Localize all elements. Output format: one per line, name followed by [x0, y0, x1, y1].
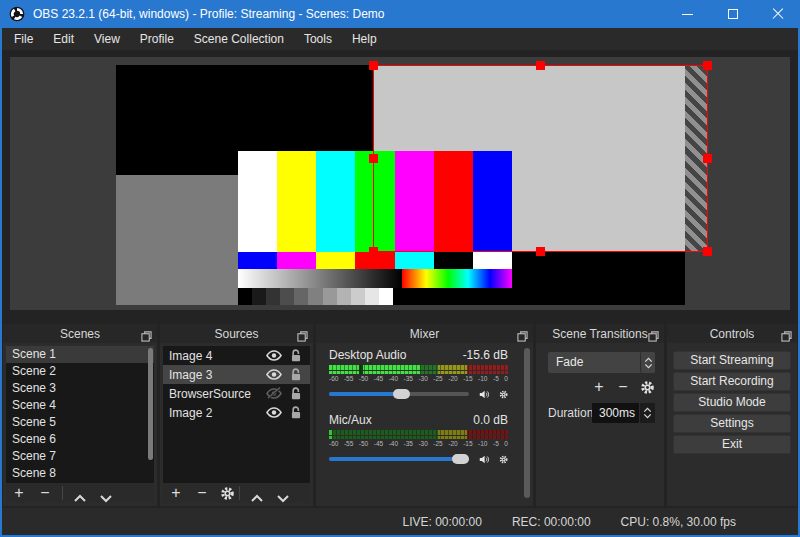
remove-source-button[interactable]: − — [189, 484, 215, 502]
scene-list-item[interactable]: Scene 2 — [6, 363, 154, 380]
move-scene-up-button[interactable] — [73, 489, 87, 498]
move-source-down-button[interactable] — [276, 489, 290, 498]
dock-icon[interactable] — [141, 328, 152, 339]
source-list-item[interactable]: Image 2 — [163, 403, 310, 422]
selection-handle-top-right[interactable] — [703, 61, 712, 70]
preview-canvas[interactable] — [10, 57, 790, 310]
rec-timer: REC: 00:00:00 — [512, 515, 591, 529]
scene-list-item[interactable]: Scene 7 — [6, 448, 154, 465]
scene-list-item[interactable]: Scene 1 — [6, 346, 154, 363]
sources-list[interactable]: Image 4Image 3BrowserSourceImage 2 — [163, 346, 310, 483]
add-source-button[interactable]: + — [163, 484, 189, 502]
gray-step — [294, 288, 308, 305]
visibility-eye-icon[interactable] — [265, 406, 283, 419]
transition-select-arrows[interactable] — [640, 352, 655, 373]
visibility-eye-icon[interactable] — [265, 368, 283, 381]
maximize-button[interactable] — [710, 0, 755, 28]
control-button-exit[interactable]: Exit — [673, 435, 791, 454]
audio-settings-gear-icon[interactable] — [499, 386, 508, 403]
unlocked-padlock-icon[interactable] — [287, 349, 305, 362]
scenes-scrollbar[interactable] — [148, 348, 153, 460]
add-transition-button[interactable]: + — [587, 378, 611, 396]
slider-knob[interactable] — [452, 454, 469, 464]
control-button-start-recording[interactable]: Start Recording — [673, 372, 791, 391]
menu-item-view[interactable]: View — [84, 28, 130, 50]
speaker-mute-icon[interactable] — [479, 386, 490, 403]
mixer-panel-header: Mixer — [316, 324, 533, 343]
dock-icon[interactable] — [648, 328, 659, 339]
control-button-start-streaming[interactable]: Start Streaming — [673, 351, 791, 370]
volume-meter — [329, 365, 508, 370]
move-scene-down-button[interactable] — [99, 489, 113, 498]
transition-properties-gear-icon[interactable] — [640, 380, 655, 395]
gray-step — [308, 288, 322, 305]
gray-step — [379, 288, 393, 305]
sources-panel-title: Sources — [214, 327, 258, 341]
selection-handle-top-mid[interactable] — [536, 61, 545, 70]
remove-transition-button[interactable]: − — [611, 378, 635, 396]
audio-source-name: Mic/Aux — [329, 413, 372, 427]
menu-item-tools[interactable]: Tools — [294, 28, 342, 50]
menu-bar: FileEditViewProfileScene CollectionTools… — [0, 28, 800, 50]
slider-fill — [329, 457, 469, 461]
mixer-panel: Mixer Desktop Audio-15.6 dB-60-55-50-45-… — [316, 324, 533, 506]
scene-list-item[interactable]: Scene 8 — [6, 465, 154, 482]
source-list-item[interactable]: BrowserSource — [163, 384, 310, 403]
title-bar[interactable]: OBS 23.2.1 (64-bit, windows) - Profile: … — [0, 0, 800, 28]
scene-list-item[interactable]: Scene 6 — [6, 431, 154, 448]
scale-tick-label: -60 — [329, 440, 338, 449]
visibility-eye-icon[interactable] — [265, 349, 283, 362]
scale-tick-label: -50 — [359, 440, 368, 449]
menu-item-profile[interactable]: Profile — [130, 28, 184, 50]
speaker-mute-icon[interactable] — [479, 451, 490, 468]
chevron-down-icon — [643, 413, 652, 419]
gray-step — [323, 288, 337, 305]
dock-icon[interactable] — [297, 328, 308, 339]
window-title: OBS 23.2.1 (64-bit, windows) - Profile: … — [33, 7, 384, 21]
close-button[interactable] — [755, 0, 800, 28]
control-button-settings[interactable]: Settings — [673, 414, 791, 433]
dock-icon[interactable] — [781, 328, 792, 339]
unlocked-padlock-icon[interactable] — [287, 368, 305, 381]
controls-panel: Controls Start StreamingStart RecordingS… — [667, 324, 797, 506]
unlocked-padlock-icon[interactable] — [287, 406, 305, 419]
source-list-item[interactable]: Image 3 — [163, 365, 310, 384]
scenes-list[interactable]: Scene 1Scene 2Scene 3Scene 4Scene 5Scene… — [6, 346, 154, 483]
control-button-studio-mode[interactable]: Studio Mode — [673, 393, 791, 412]
scenes-toolbar: + − — [6, 483, 154, 503]
selection-handle-bottom-right[interactable] — [703, 247, 712, 256]
menu-item-scene-collection[interactable]: Scene Collection — [184, 28, 294, 50]
test-pattern-rainbow-gradient — [402, 269, 512, 288]
scene-list-item[interactable]: Scene 3 — [6, 380, 154, 397]
menu-item-help[interactable]: Help — [342, 28, 387, 50]
remove-scene-button[interactable]: − — [32, 484, 58, 502]
volume-slider[interactable] — [329, 386, 469, 402]
transition-select[interactable]: Fade — [548, 352, 655, 373]
minimize-button[interactable] — [665, 0, 710, 28]
scene-list-item[interactable]: Scene 5 — [6, 414, 154, 431]
source-gray-image[interactable] — [116, 175, 238, 305]
selection-handle-top-left[interactable] — [369, 61, 378, 70]
selection-handle-bottom-mid[interactable] — [536, 247, 545, 256]
duration-spinner[interactable] — [640, 403, 655, 423]
dock-icon[interactable] — [517, 328, 528, 339]
source-list-item[interactable]: Image 4 — [163, 346, 310, 365]
duration-input[interactable]: 300ms — [592, 403, 639, 423]
audio-settings-gear-icon[interactable] — [499, 451, 508, 468]
source-properties-gear-icon[interactable] — [220, 486, 235, 501]
selection-handle-bottom-left[interactable] — [369, 247, 378, 256]
volume-slider[interactable] — [329, 451, 469, 467]
unlocked-padlock-icon[interactable] — [287, 387, 305, 400]
source-name: Image 4 — [169, 349, 261, 363]
visibility-eye-off-icon[interactable] — [265, 387, 283, 400]
menu-item-file[interactable]: File — [4, 28, 43, 50]
scene-list-item[interactable]: Scene 4 — [6, 397, 154, 414]
move-source-up-button[interactable] — [250, 489, 264, 498]
selection-handle-mid-right[interactable] — [703, 154, 712, 163]
volume-meter — [329, 430, 508, 435]
add-scene-button[interactable]: + — [6, 484, 32, 502]
mixer-scrollbar[interactable] — [524, 348, 530, 498]
selection-handle-mid-left[interactable] — [369, 154, 378, 163]
menu-item-edit[interactable]: Edit — [43, 28, 84, 50]
slider-knob[interactable] — [393, 389, 410, 399]
